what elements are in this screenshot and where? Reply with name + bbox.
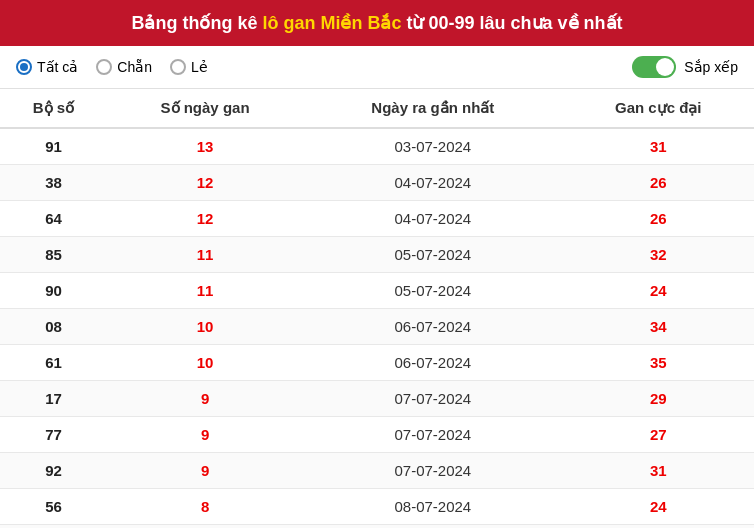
table-row: 611006-07-202435: [0, 345, 754, 381]
cell-sogan: 8: [107, 489, 303, 525]
cell-boso: 92: [0, 453, 107, 489]
cell-boso: 61: [0, 345, 107, 381]
radio-tat-ca[interactable]: [16, 59, 32, 75]
cell-ganmax: 32: [563, 237, 754, 273]
cell-boso: 75: [0, 525, 107, 529]
header-highlight: lô gan Miền Bắc: [262, 13, 401, 33]
cell-sogan: 10: [107, 345, 303, 381]
sort-toggle-wrap[interactable]: Sắp xếp: [632, 56, 738, 78]
cell-boso: 64: [0, 201, 107, 237]
filter-chan-label: Chẵn: [117, 59, 152, 75]
filter-chan[interactable]: Chẵn: [96, 59, 152, 75]
table-header: Bộ số Số ngày gan Ngày ra gần nhất Gan c…: [0, 89, 754, 128]
filter-le-label: Lẻ: [191, 59, 208, 75]
cell-date: 05-07-2024: [303, 237, 563, 273]
cell-sogan: 9: [107, 417, 303, 453]
cell-boso: 77: [0, 417, 107, 453]
cell-boso: 90: [0, 273, 107, 309]
table-row: 92907-07-202431: [0, 453, 754, 489]
cell-date: 06-07-2024: [303, 309, 563, 345]
page-header: Bảng thống kê lô gan Miền Bắc từ 00-99 l…: [0, 0, 754, 46]
cell-date: 03-07-2024: [303, 128, 563, 165]
cell-sogan: 9: [107, 381, 303, 417]
stats-table: Bộ số Số ngày gan Ngày ra gần nhất Gan c…: [0, 89, 754, 528]
table-row: 641204-07-202426: [0, 201, 754, 237]
cell-boso: 17: [0, 381, 107, 417]
filter-le[interactable]: Lẻ: [170, 59, 208, 75]
cell-ganmax: 26: [563, 525, 754, 529]
table-row: 75808-07-202426: [0, 525, 754, 529]
cell-date: 08-07-2024: [303, 489, 563, 525]
col-header-sogan: Số ngày gan: [107, 89, 303, 128]
filter-bar: Tất cả Chẵn Lẻ Sắp xếp: [0, 46, 754, 89]
cell-date: 04-07-2024: [303, 201, 563, 237]
cell-sogan: 13: [107, 128, 303, 165]
table-row: 56808-07-202424: [0, 489, 754, 525]
col-header-date: Ngày ra gần nhất: [303, 89, 563, 128]
table-row: 081006-07-202434: [0, 309, 754, 345]
table-row: 17907-07-202429: [0, 381, 754, 417]
cell-boso: 91: [0, 128, 107, 165]
table-row: 851105-07-202432: [0, 237, 754, 273]
cell-boso: 38: [0, 165, 107, 201]
cell-ganmax: 35: [563, 345, 754, 381]
cell-date: 07-07-2024: [303, 417, 563, 453]
header-title: Bảng thống kê lô gan Miền Bắc từ 00-99 l…: [131, 13, 622, 33]
filter-options: Tất cả Chẵn Lẻ: [16, 59, 208, 75]
table-row: 381204-07-202426: [0, 165, 754, 201]
cell-ganmax: 29: [563, 381, 754, 417]
sort-toggle[interactable]: [632, 56, 676, 78]
cell-date: 04-07-2024: [303, 165, 563, 201]
cell-sogan: 8: [107, 525, 303, 529]
cell-ganmax: 26: [563, 165, 754, 201]
cell-date: 08-07-2024: [303, 525, 563, 529]
radio-chan[interactable]: [96, 59, 112, 75]
col-header-boso: Bộ số: [0, 89, 107, 128]
cell-sogan: 10: [107, 309, 303, 345]
cell-sogan: 12: [107, 201, 303, 237]
cell-date: 07-07-2024: [303, 381, 563, 417]
cell-sogan: 9: [107, 453, 303, 489]
cell-boso: 56: [0, 489, 107, 525]
cell-ganmax: 26: [563, 201, 754, 237]
table-row: 911303-07-202431: [0, 128, 754, 165]
radio-le[interactable]: [170, 59, 186, 75]
cell-ganmax: 27: [563, 417, 754, 453]
cell-date: 05-07-2024: [303, 273, 563, 309]
cell-ganmax: 31: [563, 453, 754, 489]
header-prefix: Bảng thống kê: [131, 13, 262, 33]
filter-tat-ca[interactable]: Tất cả: [16, 59, 78, 75]
cell-boso: 08: [0, 309, 107, 345]
header-suffix: từ 00-99 lâu chưa về nhất: [401, 13, 622, 33]
table-body: 911303-07-202431381204-07-202426641204-0…: [0, 128, 754, 528]
cell-date: 07-07-2024: [303, 453, 563, 489]
table-row: 77907-07-202427: [0, 417, 754, 453]
cell-boso: 85: [0, 237, 107, 273]
cell-ganmax: 24: [563, 489, 754, 525]
col-header-ganmax: Gan cực đại: [563, 89, 754, 128]
table-row: 901105-07-202424: [0, 273, 754, 309]
cell-ganmax: 31: [563, 128, 754, 165]
sort-toggle-label: Sắp xếp: [684, 59, 738, 75]
cell-sogan: 11: [107, 273, 303, 309]
cell-sogan: 11: [107, 237, 303, 273]
cell-sogan: 12: [107, 165, 303, 201]
cell-ganmax: 34: [563, 309, 754, 345]
filter-tat-ca-label: Tất cả: [37, 59, 78, 75]
cell-ganmax: 24: [563, 273, 754, 309]
cell-date: 06-07-2024: [303, 345, 563, 381]
